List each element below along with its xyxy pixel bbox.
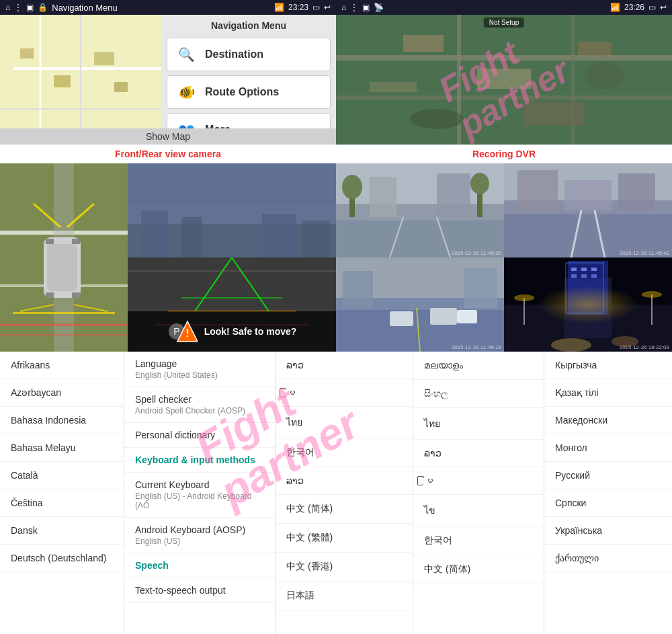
lang-japanese[interactable]: 日本語 <box>276 582 413 610</box>
cam-rear-view: P ! Look! Safe to move? <box>128 163 336 352</box>
lang-lao2[interactable]: ລາວ <box>276 467 413 495</box>
lang-myanmar[interactable]: မြ <box>276 379 413 407</box>
settings-spell-title: Spell checker <box>135 394 264 405</box>
svg-rect-82 <box>343 271 373 308</box>
gps-time: 23:26 <box>624 3 644 12</box>
settings-keyboard-header-title: Keyboard & input methods <box>135 454 264 465</box>
nav-menu: Navigation Menu 🔍 Destination 🐠 Route Op… <box>161 15 336 145</box>
gps-map-area: Not Setup Fightpartner <box>336 15 672 145</box>
lang-catala[interactable]: Català <box>0 462 124 489</box>
lang-thai[interactable]: ไทย <box>276 407 413 438</box>
settings-col2: Language English (United States) Spell c… <box>124 352 276 634</box>
dvr-timestamp-2: 2015-12-26 11:45:42 <box>620 250 669 256</box>
svg-rect-90 <box>581 268 587 271</box>
gps-menu-icon[interactable]: ⋮ <box>350 3 358 12</box>
camera-section: P ! Look! Safe to move? <box>0 163 672 352</box>
gps-back-icon[interactable]: ↩ <box>660 3 667 12</box>
home-icon[interactable]: ⌂ <box>5 3 10 12</box>
nav-map <box>0 15 161 145</box>
svg-rect-18 <box>524 102 585 126</box>
gps-icon1: ▣ <box>362 3 370 12</box>
settings-tts-title: Text-to-speech output <box>135 585 264 596</box>
svg-point-64 <box>470 173 489 194</box>
svg-rect-10 <box>336 55 672 61</box>
lang-bahasa-melayu[interactable]: Bahasa Melayu <box>0 434 124 462</box>
svg-point-19 <box>585 62 625 89</box>
labels-row: Front/Rear view camera Recoring DVR <box>0 145 672 163</box>
svg-rect-8 <box>114 82 128 92</box>
settings-language[interactable]: Language English (United States) <box>124 352 275 387</box>
nav-battery-icon: ▭ <box>312 3 320 12</box>
settings-spell-subtitle: Android Spell Checker (AOSP) <box>135 406 264 415</box>
settings-current-keyboard[interactable]: Current Keyboard English (US) - Android … <box>124 473 275 518</box>
svg-rect-26 <box>47 244 77 291</box>
settings-android-kb-subtitle: English (US) <box>135 537 264 546</box>
dvr-timestamp-4: 2015-12-26 18:22:08 <box>620 344 669 350</box>
lang-myanmar2[interactable]: မြ <box>413 467 544 495</box>
lang-chinese-hk[interactable]: 中文 (香港) <box>276 553 413 582</box>
settings-language-subtitle: English (United States) <box>135 370 264 380</box>
svg-rect-65 <box>370 177 396 217</box>
settings-android-keyboard[interactable]: Android Keyboard (AOSP) English (US) <box>124 518 275 553</box>
lang-afrikaans[interactable]: Afrikaans <box>0 352 124 379</box>
lang-malayalam[interactable]: മലയാളം <box>413 352 544 380</box>
svg-rect-78 <box>390 311 413 326</box>
nav-status-bar: ⌂ ⋮ ▣ 🔒 Navigation Menu 📶 23:23 ▭ ↩ <box>0 0 336 15</box>
svg-rect-16 <box>578 42 612 55</box>
show-map-bar[interactable]: Show Map <box>0 128 336 145</box>
gps-status-left: ⌂ ⋮ ▣ 📡 <box>341 3 384 12</box>
nav-back-icon[interactable]: ↩ <box>324 3 331 12</box>
lang-chinese-traditional[interactable]: 中文 (繁體) <box>276 524 413 553</box>
lang-thai2[interactable]: ไทย <box>413 408 544 440</box>
gps-home-icon[interactable]: ⌂ <box>341 3 346 12</box>
lang-korean[interactable]: 한국어 <box>276 438 413 467</box>
lang-azerbaycan[interactable]: Azərbaycan <box>0 379 124 407</box>
nav-icon1: ▣ <box>26 3 34 12</box>
lang-korean2[interactable]: 한국어 <box>413 526 544 555</box>
lang-chinese-simplified[interactable]: 中文 (简体) <box>276 495 413 524</box>
lang-georgian[interactable]: ქართული <box>544 545 672 572</box>
route-options-icon: 🐠 <box>174 80 198 104</box>
lang-lao[interactable]: ລາວ <box>276 352 413 379</box>
gps-icon2: 📡 <box>374 3 384 12</box>
svg-rect-91 <box>591 268 597 271</box>
lang-chinese-simp2[interactable]: 中文 (简体) <box>413 555 544 584</box>
settings-spell-checker[interactable]: Spell checker Android Spell Checker (AOS… <box>124 387 275 423</box>
lang-kazakh[interactable]: Қазақ тілі <box>544 379 672 407</box>
settings-personal-dict[interactable]: Personal dictionary <box>124 423 275 448</box>
lang-bahasa-indonesia[interactable]: Bahasa Indonesia <box>0 407 124 434</box>
lang-macedonian[interactable]: Македонски <box>544 407 672 434</box>
settings-personal-dict-title: Personal dictionary <box>135 430 264 440</box>
lang-cestina[interactable]: Čeština <box>0 489 124 517</box>
dvr-timestamp-1: 2015-12-26 11:45:36 <box>452 250 501 256</box>
lang-ukrainian[interactable]: Українська <box>544 517 672 545</box>
lang-sinhala[interactable]: සිංහල <box>413 380 544 408</box>
route-options-button[interactable]: 🐠 Route Options <box>167 75 331 109</box>
settings-android-kb-title: Android Keyboard (AOSP) <box>135 524 264 535</box>
warning-triangle-icon: P ! <box>167 318 198 345</box>
lang-lao4[interactable]: ไข <box>413 495 544 526</box>
lang-mongolian[interactable]: Монгол <box>544 434 672 462</box>
settings-tts[interactable]: Text-to-speech output <box>124 578 275 603</box>
lang-kyrgyz[interactable]: Кыргызча <box>544 352 672 379</box>
language-list-col3: ລາວ မြ ไทย 한국어 ລາວ 中文 (简体) 中文 (繁體) 中文 (香… <box>276 352 413 634</box>
svg-rect-72 <box>517 170 558 210</box>
svg-rect-17 <box>370 82 417 92</box>
svg-rect-49 <box>181 217 202 257</box>
svg-point-100 <box>642 291 662 298</box>
gps-status-right: 📶 23:26 ▭ ↩ <box>610 3 667 12</box>
dvr-grid: 2015-12-26 11:45:36 2015-12-26 11:45:42 <box>336 163 672 352</box>
lang-lao3[interactable]: ລາວ <box>413 440 544 467</box>
settings-section: Fightpartner Afrikaans Azərbaycan Bahasa… <box>0 352 672 634</box>
svg-point-95 <box>551 338 591 352</box>
top-section: ⌂ ⋮ ▣ 🔒 Navigation Menu 📶 23:23 ▭ ↩ <box>0 0 672 145</box>
lang-deutsch[interactable]: Deutsch (Deutschland) <box>0 545 124 572</box>
warning-text: Look! Safe to move? <box>204 326 297 337</box>
lang-russian[interactable]: Русский <box>544 462 672 489</box>
lang-dansk[interactable]: Dansk <box>0 517 124 545</box>
nav-icon2: 🔒 <box>38 3 48 12</box>
lang-serbian[interactable]: Српски <box>544 489 672 517</box>
destination-button[interactable]: 🔍 Destination <box>167 38 331 71</box>
nav-menu-icon[interactable]: ⋮ <box>14 3 22 12</box>
destination-label: Destination <box>205 48 263 61</box>
